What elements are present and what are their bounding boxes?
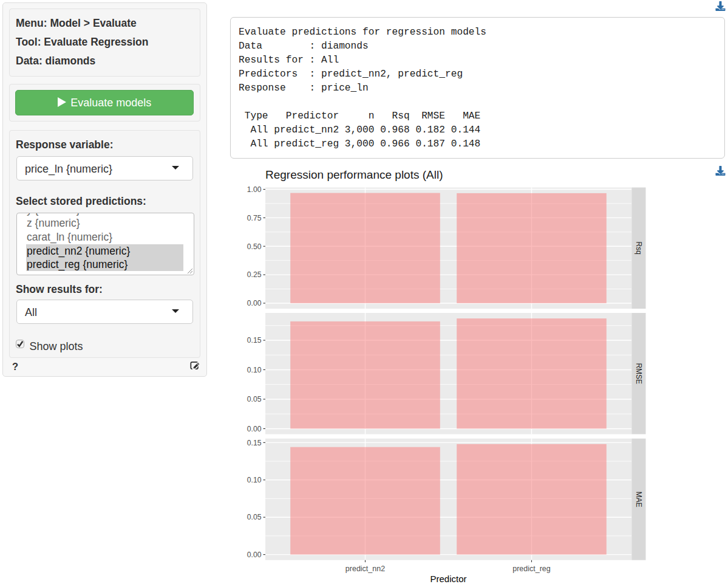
svg-text:RMSE: RMSE: [634, 363, 643, 384]
svg-text:MAE: MAE: [634, 492, 643, 507]
svg-text:0.00: 0.00: [247, 551, 262, 559]
svg-text:predict_reg: predict_reg: [512, 565, 551, 573]
svg-text:0.25: 0.25: [247, 270, 262, 279]
svg-text:0.00: 0.00: [247, 299, 262, 307]
svg-text:0.50: 0.50: [247, 242, 262, 251]
svg-text:0.10: 0.10: [247, 476, 262, 484]
svg-text:0.05: 0.05: [247, 513, 262, 521]
svg-text:0.15: 0.15: [247, 336, 262, 345]
svg-text:1.00: 1.00: [247, 185, 262, 194]
svg-text:0.00: 0.00: [247, 425, 262, 433]
svg-text:0.15: 0.15: [247, 439, 262, 447]
svg-text:predict_nn2: predict_nn2: [345, 565, 385, 573]
svg-text:Rsq: Rsq: [634, 242, 643, 255]
svg-text:Predictor: Predictor: [430, 574, 466, 584]
svg-text:Regression performance plots (: Regression performance plots (All): [265, 168, 443, 181]
svg-text:0.10: 0.10: [247, 366, 262, 374]
svg-text:0.75: 0.75: [247, 214, 262, 222]
svg-text:0.05: 0.05: [247, 395, 262, 403]
